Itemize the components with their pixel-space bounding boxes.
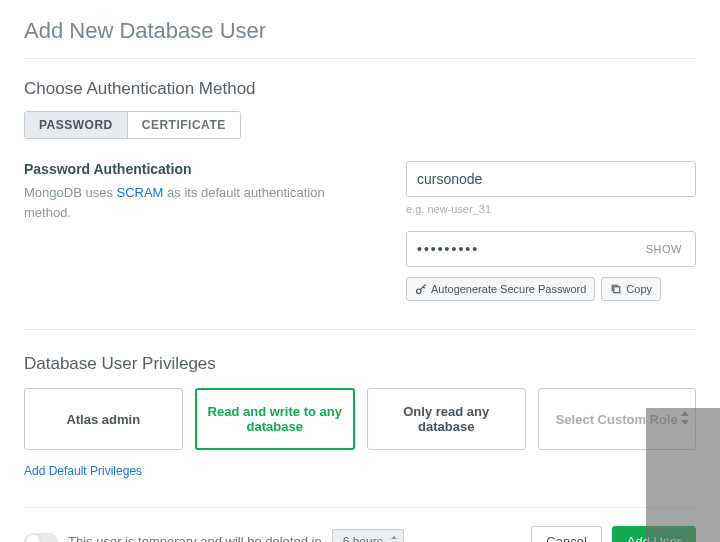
key-icon <box>415 283 427 295</box>
username-input[interactable] <box>406 161 696 197</box>
show-password-button[interactable]: SHOW <box>640 242 688 256</box>
page-title: Add New Database User <box>24 18 696 44</box>
tab-certificate[interactable]: CERTIFICATE <box>127 112 240 138</box>
temporary-user-toggle[interactable] <box>24 533 58 543</box>
copy-button[interactable]: Copy <box>601 277 661 301</box>
add-default-privileges-link[interactable]: Add Default Privileges <box>24 464 142 478</box>
priv-card-atlas-admin[interactable]: Atlas admin <box>24 388 183 450</box>
auth-tabs: PASSWORD CERTIFICATE <box>24 111 241 139</box>
password-auth-desc: MongoDB uses SCRAM as its default authen… <box>24 183 366 222</box>
svg-rect-1 <box>614 287 620 293</box>
divider <box>24 58 696 59</box>
duration-select[interactable]: 6 hours <box>332 529 404 543</box>
autogenerate-password-button[interactable]: Autogenerate Secure Password <box>406 277 595 301</box>
cancel-button[interactable]: Cancel <box>531 526 601 542</box>
scram-link[interactable]: SCRAM <box>117 185 164 200</box>
username-hint: e.g. new-user_31 <box>406 203 696 215</box>
auth-method-title: Choose Authentication Method <box>24 79 696 99</box>
privileges-title: Database User Privileges <box>24 354 696 374</box>
tab-password[interactable]: PASSWORD <box>25 112 127 138</box>
copy-icon <box>610 283 622 295</box>
priv-card-read-only[interactable]: Only read any database <box>367 388 526 450</box>
priv-card-read-write[interactable]: Read and write to any database <box>195 388 356 450</box>
overlay-shadow <box>646 408 720 542</box>
divider <box>24 329 696 330</box>
temporary-user-label: This user is temporary and will be delet… <box>68 534 322 542</box>
password-auth-title: Password Authentication <box>24 161 366 177</box>
